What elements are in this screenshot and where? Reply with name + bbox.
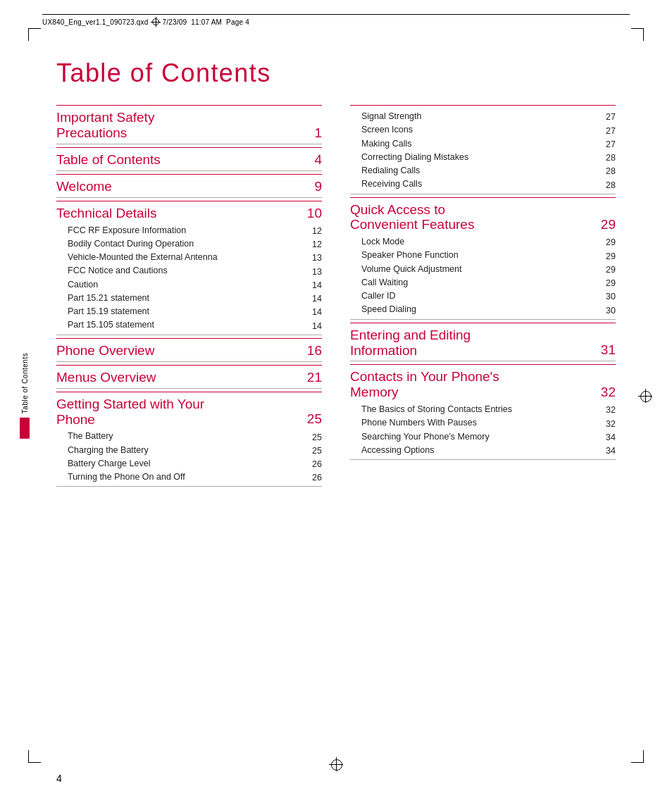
toc-sub-item: Redialing Calls28	[350, 164, 616, 177]
toc-sub-item: Speaker Phone Function29	[350, 249, 616, 261]
toc-sub-item: Accessing Options34	[350, 444, 616, 456]
side-text-container: Table of Contents	[20, 352, 30, 438]
toc-section-block: Menus Overview21	[56, 365, 322, 385]
toc-sub-num: 13	[312, 267, 322, 277]
toc-sub-num: 34	[606, 446, 616, 456]
toc-section-num: 1	[314, 125, 322, 141]
toc-section-title-row: Important Safety Precautions1	[56, 110, 322, 141]
toc-sub-num: 34	[606, 432, 616, 442]
toc-sub-item: FCC RF Exposure Information12	[56, 224, 322, 237]
toc-section-title-row: Phone Overview16	[56, 343, 322, 359]
toc-sub-item: Turning the Phone On and Off26	[56, 471, 322, 483]
toc-sub-name: Vehicle-Mounted the External Antenna	[68, 251, 312, 263]
toc-sub-name: Caller ID	[361, 290, 606, 301]
side-decoration	[20, 418, 30, 439]
toc-section-block: Welcome9	[56, 174, 322, 194]
toc-sub-item: Volume Quick Adjustment29	[350, 263, 616, 275]
page: UX840_Eng_ver1.1_090723.qxd 7/23/09 11:0…	[0, 0, 672, 791]
toc-section-name: Contacts in Your Phone's Memory	[350, 369, 601, 400]
toc-sub-name: FCC RF Exposure Information	[68, 225, 312, 236]
toc-sub-name: Redialing Calls	[361, 165, 606, 176]
toc-section-num: 25	[307, 411, 322, 427]
toc-sub-num: 27	[606, 112, 616, 122]
bottom-crosshair	[329, 757, 343, 771]
toc-layout: Important Safety Precautions1Table of Co…	[56, 105, 616, 490]
toc-sub-name: Correcting Dialing Mistakes	[361, 151, 606, 163]
toc-section-block: Contacts in Your Phone's Memory32	[350, 364, 616, 400]
toc-section-name: Welcome	[56, 179, 314, 194]
toc-sub-item: Caller ID30	[350, 289, 616, 302]
toc-section-name: Menus Overview	[56, 370, 307, 385]
toc-sub-item: Signal Strength27	[350, 110, 616, 123]
toc-sub-num: 28	[606, 166, 616, 176]
toc-sub-item: Searching Your Phone's Memory34	[350, 430, 616, 443]
toc-section-block: Phone Overview16	[56, 338, 322, 359]
toc-sub-name: Making Calls	[361, 138, 606, 149]
toc-sub-item: The Basics of Storing Contacts Entries32	[350, 403, 616, 416]
toc-section-name: Quick Access to Convenient Features	[350, 202, 601, 233]
toc-section-title-row: Quick Access to Convenient Features29	[350, 202, 616, 233]
toc-sub-num: 12	[312, 239, 322, 249]
toc-sub-name: Caution	[68, 279, 312, 290]
page-number: 4	[56, 773, 62, 784]
toc-sub-item: Charging the Battery25	[56, 444, 322, 456]
toc-sub-item: Lock Mode29	[350, 235, 616, 248]
top-rule	[42, 14, 630, 15]
toc-sub-num: 32	[606, 419, 616, 429]
toc-sub-name: The Battery	[68, 430, 312, 442]
crosshair-symbol	[151, 17, 161, 27]
toc-section-title-row: Table of Contents4	[56, 152, 322, 168]
toc-sub-name: FCC Notice and Cautions	[68, 265, 312, 276]
toc-sub-num: 14	[312, 280, 322, 290]
corner-mark-tl	[28, 28, 41, 41]
toc-section-0: Signal Strength27Screen Icons27Making Ca…	[350, 105, 616, 194]
toc-sub-item: Call Waiting29	[350, 276, 616, 289]
header-filename: UX840_Eng_ver1.1_090723.qxd	[42, 18, 149, 26]
toc-section-block: Important Safety Precautions1	[56, 105, 322, 141]
toc-sub-name: Speed Dialing	[361, 304, 606, 315]
toc-sub-name: Part 15.21 statement	[68, 292, 312, 304]
toc-sub-num: 29	[606, 265, 616, 275]
toc-sub-num: 25	[312, 432, 322, 442]
toc-section-1: Table of Contents4	[56, 147, 322, 171]
toc-sub-num: 25	[312, 446, 322, 456]
toc-sub-name: Volume Quick Adjustment	[361, 263, 606, 275]
toc-right-col: Signal Strength27Screen Icons27Making Ca…	[350, 105, 616, 490]
toc-sub-num: 26	[312, 459, 322, 469]
toc-sub-item: Caution14	[56, 278, 322, 291]
page-title: Table of Contents	[56, 58, 616, 88]
side-label: Table of Contents	[21, 352, 29, 413]
toc-section-title-row: Menus Overview21	[56, 370, 322, 385]
toc-section-5: Menus Overview21	[56, 365, 322, 389]
toc-section-num: 31	[601, 342, 616, 358]
toc-sub-num: 14	[312, 307, 322, 317]
toc-sub-name: Phone Numbers With Pauses	[361, 417, 606, 428]
header-text: UX840_Eng_ver1.1_090723.qxd 7/23/09 11:0…	[42, 17, 630, 27]
toc-section-3: Technical Details10FCC RF Exposure Infor…	[56, 201, 322, 335]
toc-section-num: 9	[314, 179, 322, 194]
toc-section-title-row: Entering and Editing Information31	[350, 328, 616, 359]
main-content: Table of Contents Important Safety Preca…	[56, 39, 616, 749]
toc-sub-num: 27	[606, 139, 616, 149]
toc-section-num: 10	[307, 206, 322, 221]
toc-section-title-row: Technical Details10	[56, 206, 322, 221]
corner-mark-bl	[28, 750, 41, 763]
toc-sub-name: Turning the Phone On and Off	[68, 471, 312, 482]
toc-section-name: Important Safety Precautions	[56, 110, 314, 141]
toc-section-title-row: Contacts in Your Phone's Memory32	[350, 369, 616, 400]
toc-section-3: Contacts in Your Phone's Memory32The Bas…	[350, 364, 616, 460]
toc-sub-num: 26	[312, 473, 322, 482]
toc-section-name: Getting Started with Your Phone	[56, 397, 307, 428]
toc-sub-num: 30	[606, 292, 616, 301]
toc-section-1: Quick Access to Convenient Features29Loc…	[350, 197, 616, 320]
toc-sub-item: Vehicle-Mounted the External Antenna13	[56, 251, 322, 263]
toc-section-6: Getting Started with Your Phone25The Bat…	[56, 392, 322, 487]
toc-sub-num: 29	[606, 278, 616, 288]
toc-sub-item: Screen Icons27	[350, 123, 616, 136]
toc-sub-item: Correcting Dialing Mistakes28	[350, 151, 616, 163]
toc-sub-item: Phone Numbers With Pauses32	[350, 416, 616, 429]
toc-section-title-row: Welcome9	[56, 179, 322, 194]
toc-sub-item: Speed Dialing30	[350, 303, 616, 316]
toc-sub-name: Screen Icons	[361, 124, 606, 135]
toc-section-name: Table of Contents	[56, 152, 314, 168]
